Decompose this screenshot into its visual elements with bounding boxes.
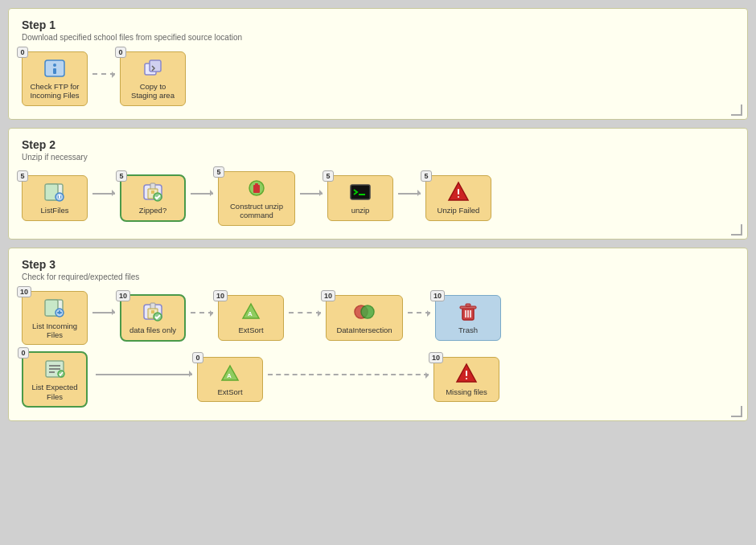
info-icon: [42, 57, 68, 80]
connector1: [91, 73, 117, 75]
step2-subtitle: Unzip if necessary: [22, 153, 734, 162]
connector-s3-t2: [189, 312, 215, 313]
svg-text:A: A: [248, 310, 253, 318]
node-check-ftp: 0 Check FTP for Incoming Files: [22, 51, 88, 106]
step1-flow: 0 Check FTP for Incoming Files 0: [22, 51, 734, 106]
connector-s3-b2: [266, 374, 430, 375]
node-copy-staging: 0 Copy to Staging area: [120, 51, 186, 106]
connector-s3-t1: [91, 312, 117, 313]
arrow-t2: [191, 312, 213, 313]
copy-icon: [140, 57, 166, 80]
step3-flow: 10 List Incoming Files: [22, 291, 734, 408]
badge-check-ftp: 0: [17, 47, 28, 58]
svg-rect-2: [53, 68, 56, 74]
node-unzip-failed-box[interactable]: 5 Unzip Failed: [425, 175, 491, 220]
node-missing-files-box[interactable]: 10 Missing files: [433, 357, 499, 402]
arrow-b1: [96, 374, 192, 375]
arrow3: [300, 193, 323, 195]
node-copy-staging-box[interactable]: 0 Copy to Staging area: [120, 51, 186, 106]
node-extsort1: 10 A ExtSort: [218, 295, 284, 340]
extsort1-icon: A: [238, 301, 264, 323]
badge-list-incoming: 10: [17, 286, 31, 297]
badge-construct: 5: [213, 166, 224, 178]
label-missing-files: Missing files: [446, 387, 487, 396]
list-expected-icon: [42, 358, 68, 380]
node-extsort2-box[interactable]: 0 A ExtSort: [197, 357, 263, 402]
label-extsort1: ExtSort: [238, 326, 263, 334]
label-extsort2: ExtSort: [217, 387, 242, 396]
node-list-expected: 0 List Expected Files: [22, 351, 88, 408]
badge-missing: 10: [429, 352, 443, 363]
construct-icon: [244, 177, 269, 199]
node-unzip: 5 unzip: [327, 175, 393, 220]
node-data-files-only-box[interactable]: 10 data files only: [120, 294, 186, 341]
badge-listfiles: 5: [17, 170, 28, 182]
node-data-files-only: 10 data files only: [120, 294, 186, 341]
step1-subtitle: Download specified school files from spe…: [22, 33, 734, 42]
step1-panel: Step 1 Download specified school files f…: [8, 8, 748, 120]
connector-s2-4: [396, 193, 422, 195]
node-data-intersection: 10 DataIntersection: [326, 295, 403, 340]
node-trash: 10 Trash: [435, 295, 501, 340]
intersection-icon: [351, 301, 377, 323]
step3-subtitle: Check for required/expected files: [22, 272, 734, 281]
node-list-incoming-box[interactable]: 10 List Incoming Files: [22, 291, 88, 346]
node-list-expected-box[interactable]: 0 List Expected Files: [22, 351, 88, 408]
badge-trash: 10: [430, 290, 445, 301]
node-extsort1-box[interactable]: 10 A ExtSort: [218, 295, 284, 340]
node-listfiles: 5 ListFiles: [22, 175, 88, 220]
step1-title: Step 1: [22, 18, 734, 31]
svg-rect-43: [466, 371, 467, 376]
connector-s3-b1: [94, 374, 194, 375]
connector-s2-1: [91, 193, 117, 195]
node-list-incoming: 10 List Incoming Files: [22, 291, 88, 346]
node-zipped-box[interactable]: 5 Zipped?: [120, 174, 186, 221]
label-data-files-only: data files only: [129, 326, 176, 334]
label-unzip: unzip: [351, 206, 370, 215]
node-trash-box[interactable]: 10 Trash: [435, 295, 501, 340]
arrow4: [398, 193, 421, 195]
node-listfiles-box[interactable]: 5 ListFiles: [22, 175, 88, 220]
svg-rect-4: [150, 60, 161, 72]
arrow-t3: [289, 312, 321, 313]
svg-rect-24: [57, 312, 62, 313]
label-intersection: DataIntersection: [336, 326, 392, 334]
svg-rect-19: [458, 196, 459, 198]
svg-point-30: [361, 305, 374, 318]
step3-panel: Step 3 Check for required/expected files…: [8, 248, 748, 422]
badge-intersection: 10: [321, 290, 335, 301]
svg-rect-15: [255, 183, 258, 186]
node-data-intersection-box[interactable]: 10 DataIntersection: [326, 295, 403, 340]
step3-top-row: 10 List Incoming Files: [22, 291, 734, 346]
label-construct: Construct unzip command: [225, 202, 288, 220]
label-list-expected: List Expected Files: [30, 383, 80, 401]
badge-zipped: 5: [116, 170, 127, 182]
svg-point-1: [53, 64, 56, 67]
step2-panel: Step 2 Unzip if necessary 5 ListFiles: [8, 128, 748, 240]
node-construct-box[interactable]: 5 Construct unzip command: [218, 171, 295, 226]
label-unzip-failed: Unzip Failed: [438, 206, 480, 215]
list-incoming-icon: [42, 297, 68, 319]
svg-rect-44: [466, 378, 467, 379]
badge-data-files: 10: [116, 290, 130, 301]
node-extsort2: 0 A ExtSort: [197, 357, 263, 402]
listfiles-icon: [42, 181, 68, 203]
svg-text:A: A: [227, 372, 232, 379]
zipped-icon: [140, 181, 166, 203]
badge-extsort2: 0: [192, 352, 203, 363]
node-unzip-box[interactable]: 5 unzip: [327, 175, 393, 220]
step2-flow: 5 ListFiles 5: [22, 171, 734, 226]
badge-unzip-failed: 5: [421, 170, 432, 182]
terminal-icon: [347, 181, 373, 203]
badge-list-expected: 0: [18, 347, 29, 359]
badge-extsort1: 10: [213, 290, 228, 301]
arrow-t4: [408, 312, 430, 313]
node-missing-files: 10 Missing files: [433, 357, 499, 402]
badge-unzip: 5: [323, 170, 334, 182]
badge-copy: 0: [115, 47, 126, 58]
node-construct: 5 Construct unzip command: [218, 171, 295, 226]
connector-s2-2: [189, 193, 215, 195]
node-check-ftp-box[interactable]: 0 Check FTP for Incoming Files: [22, 51, 88, 106]
svg-rect-18: [458, 189, 459, 195]
label-zipped: Zipped?: [139, 206, 166, 215]
